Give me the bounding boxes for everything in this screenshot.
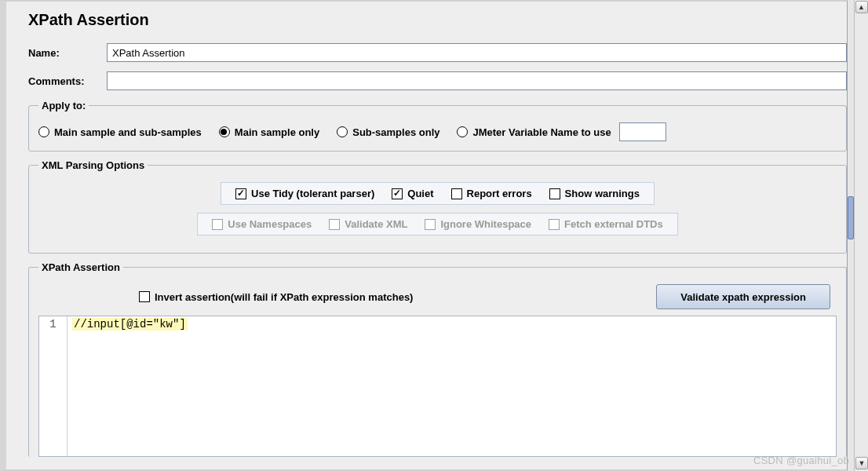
inner-scrollbar[interactable]	[848, 0, 854, 471]
radio-main-and-sub-label: Main sample and sub-samples	[54, 126, 202, 138]
page-title: XPath Assertion	[28, 11, 847, 29]
name-label: Name:	[28, 47, 107, 59]
scroll-up-icon[interactable]: ▲	[855, 1, 868, 13]
check-fetch-dtds-label: Fetch external DTDs	[564, 218, 663, 230]
check-report-errors-label: Report errors	[467, 188, 532, 199]
comments-label: Comments:	[28, 75, 107, 87]
apply-to-group: Apply to: Main sample and sub-samples Ma…	[28, 100, 847, 152]
radio-sub-only[interactable]	[337, 126, 348, 137]
check-use-namespaces-label: Use Namespaces	[228, 218, 312, 230]
radio-jmeter-var[interactable]	[457, 126, 468, 137]
check-ignore-whitespace-label: Ignore Whitespace	[440, 218, 531, 230]
scroll-down-icon[interactable]: ▼	[855, 457, 868, 469]
check-invert[interactable]	[139, 291, 150, 302]
radio-main-only[interactable]	[219, 126, 230, 137]
editor-gutter: 1	[39, 316, 67, 456]
radio-jmeter-var-label: JMeter Variable Name to use	[472, 126, 611, 138]
check-use-tidy-label: Use Tidy (tolerant parser)	[251, 188, 374, 199]
jmeter-var-field[interactable]	[619, 122, 666, 141]
check-quiet-label: Quiet	[407, 188, 433, 199]
check-show-warnings-label: Show warnings	[565, 188, 640, 199]
check-validate-xml-label: Validate XML	[345, 218, 407, 230]
check-fetch-dtds	[549, 219, 560, 230]
check-use-tidy[interactable]	[235, 188, 246, 199]
radio-main-and-sub[interactable]	[38, 126, 49, 137]
check-quiet[interactable]	[392, 188, 403, 199]
apply-to-legend: Apply to:	[38, 100, 89, 111]
check-report-errors[interactable]	[451, 188, 462, 199]
invert-label: Invert assertion(will fail if XPath expr…	[155, 291, 413, 303]
xpath-editor[interactable]: 1 //input[@id="kw"]	[38, 316, 837, 457]
check-validate-xml	[329, 219, 340, 230]
check-use-namespaces	[212, 219, 223, 230]
comments-field[interactable]	[107, 71, 847, 90]
radio-main-only-label: Main sample only	[235, 126, 319, 138]
xml-parsing-legend: XML Parsing Options	[38, 159, 148, 171]
name-field[interactable]	[107, 43, 847, 62]
check-ignore-whitespace	[425, 219, 436, 230]
xpath-expression[interactable]: //input[@id="kw"]	[72, 318, 188, 330]
xpath-assertion-group: XPath Assertion Invert assertion(will fa…	[28, 261, 847, 457]
outer-scrollbar[interactable]: ▲ ▼	[854, 0, 868, 471]
radio-sub-only-label: Sub-samples only	[352, 126, 439, 138]
inner-scroll-thumb[interactable]	[848, 196, 854, 239]
xpath-assertion-legend: XPath Assertion	[38, 261, 123, 273]
xml-parsing-group: XML Parsing Options Use Tidy (tolerant p…	[28, 159, 847, 254]
validate-xpath-button[interactable]: Validate xpath expression	[656, 284, 830, 309]
check-show-warnings[interactable]	[549, 188, 560, 199]
watermark: CSDN @guaihui_ob	[753, 455, 849, 466]
